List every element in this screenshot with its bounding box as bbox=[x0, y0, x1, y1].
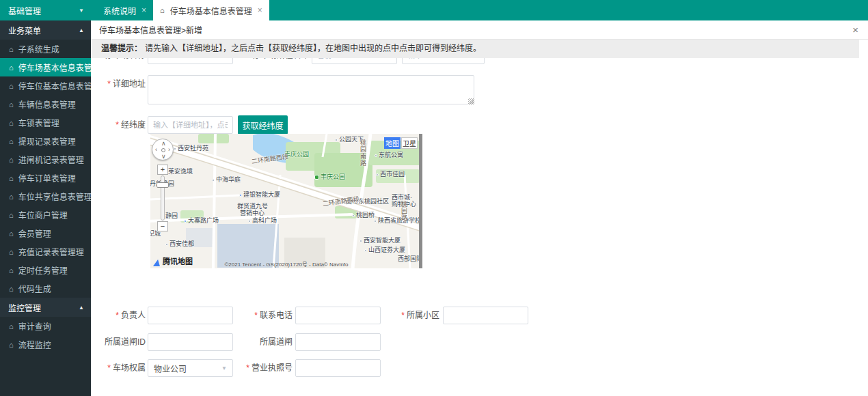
map-poi-label: 陕西省旅游学校 bbox=[374, 218, 421, 224]
map-scrollbar[interactable] bbox=[419, 134, 422, 268]
sidebar-item-parking-space-info-mgmt[interactable]: ⌂ 停车位基本信息表管理 bbox=[0, 76, 91, 95]
home-icon: ⌂ bbox=[9, 341, 14, 349]
zoom-slider-handle[interactable] bbox=[157, 182, 169, 188]
sidebar-item-space-sharing-info-mgmt[interactable]: ⌂ 车位共享信息表管理 bbox=[0, 187, 91, 206]
tab-label: 停车场基本信息表管理 bbox=[170, 5, 252, 16]
sidebar-item-audit-query[interactable]: ⌂ 审计查询 bbox=[0, 317, 91, 335]
license-label: *营业执照号 bbox=[239, 359, 293, 377]
sidebar-item-code-gen[interactable]: ⌂ 代码生成 bbox=[0, 279, 91, 298]
map-poi-label: 建银智能大厦 bbox=[239, 192, 280, 198]
sidebar-item-label: 提现记录表管理 bbox=[18, 135, 76, 147]
zoom-out-button[interactable]: − bbox=[157, 221, 168, 231]
sidebar-item-label: 代码生成 bbox=[18, 283, 51, 294]
sidebar-item-label: 车位共享信息表管理 bbox=[18, 190, 91, 202]
map-poi-label: 山西证券大厦 bbox=[364, 247, 405, 253]
tab-parking-lot-info-mgmt[interactable]: ⌂ 停车场基本信息表管理 × bbox=[153, 0, 269, 20]
sidebar-section-business[interactable]: 业务菜单 ▲ bbox=[0, 20, 91, 40]
sidebar-item-member-mgmt[interactable]: ⌂ 会员管理 bbox=[0, 224, 91, 242]
map-poi-label: 中海华庭 bbox=[212, 177, 241, 183]
close-icon[interactable]: × bbox=[852, 25, 858, 35]
home-icon: ⌂ bbox=[9, 119, 14, 127]
home-icon: ⌂ bbox=[9, 100, 14, 109]
home-icon: ⌂ bbox=[9, 63, 14, 72]
map-poi-label: 群贤道九号 bbox=[237, 203, 268, 210]
sidebar-item-gate-entry-records-mgmt[interactable]: ⌂ 进闸机记录表管理 bbox=[0, 150, 91, 169]
resize-handle-icon[interactable] bbox=[468, 98, 474, 104]
manager-label: *负责人 bbox=[94, 307, 146, 324]
map-poi-label: 莱安逸境 bbox=[164, 169, 193, 175]
map-label-layer: 公园天下丰庆公园东航公寓西市佳园西安牡丹苑莱安逸境牡丹新橡园中海华庭丰庆公园建银… bbox=[150, 134, 422, 268]
form-content: *停车场名称 *停车场所在省市 *详细地址 *经纬度 获取经纬度 bbox=[91, 40, 868, 396]
sidebar-section-monitor[interactable]: 监控管理 ▲ bbox=[0, 298, 91, 317]
breadcrumb: 停车场基本信息表管理>新增 bbox=[99, 24, 202, 36]
sidebar-item-label: 充值记录表管理理 bbox=[18, 246, 84, 257]
pan-right-icon[interactable]: › bbox=[168, 147, 170, 153]
sidebar-item-car-lock-mgmt[interactable]: ⌂ 车锁表管理 bbox=[0, 113, 91, 132]
caret-down-icon: ▼ bbox=[79, 8, 84, 14]
required-marker: * bbox=[401, 311, 405, 320]
home-icon: ⌂ bbox=[9, 322, 14, 330]
pan-down-icon[interactable]: ∨ bbox=[161, 154, 166, 160]
get-latlng-button[interactable]: 获取经纬度 bbox=[238, 115, 288, 135]
pan-center-icon[interactable] bbox=[161, 148, 165, 152]
map-type-map-button[interactable]: 地图 bbox=[384, 137, 401, 149]
community-input[interactable] bbox=[443, 307, 528, 324]
pan-up-icon[interactable]: ∧ bbox=[161, 141, 166, 147]
sidebar-item-scheduled-task-mgmt[interactable]: ⌂ 定时任务管理 bbox=[0, 261, 91, 279]
gate-id-input[interactable] bbox=[148, 333, 233, 351]
phone-label: *联系电话 bbox=[239, 307, 293, 324]
map-widget[interactable]: 公园天下丰庆公园东航公寓西市佳园西安牡丹苑莱安逸境牡丹新橡园中海华庭丰庆公园建银… bbox=[150, 134, 422, 268]
map-type-switcher: 地图 卫星 bbox=[384, 137, 418, 149]
license-input[interactable] bbox=[295, 359, 381, 377]
sidebar-item-space-merchant-mgmt[interactable]: ⌂ 车位商户管理 bbox=[0, 206, 91, 224]
ownership-select[interactable]: 物业公司 ▼ bbox=[148, 359, 233, 377]
sidebar-item-vehicle-info-mgmt[interactable]: ⌂ 车辆信息表管理 bbox=[0, 95, 91, 113]
tab-close-icon[interactable]: × bbox=[258, 5, 262, 15]
home-icon: ⌂ bbox=[9, 229, 14, 238]
sidebar-item-label: 定时任务管理 bbox=[18, 264, 68, 276]
sidebar-item-withdraw-records-mgmt[interactable]: ⌂ 提现记录表管理 bbox=[0, 132, 91, 150]
sidebar-item-subsystem-gen[interactable]: ⌂ 子系统生成 bbox=[0, 40, 91, 58]
map-type-satellite-button[interactable]: 卫星 bbox=[401, 137, 418, 149]
map-poi-label: 营销中心 bbox=[240, 210, 265, 216]
sidebar-item-label: 车位商户管理 bbox=[18, 209, 68, 221]
manager-input[interactable] bbox=[148, 307, 233, 324]
map-poi-label: 丰庆公园 bbox=[314, 174, 345, 180]
pan-left-icon[interactable]: ‹ bbox=[155, 147, 157, 153]
gate-input[interactable] bbox=[295, 333, 381, 351]
sidebar-item-label: 车辆信息表管理 bbox=[18, 98, 76, 110]
map-poi-label: 高科广场 bbox=[248, 218, 277, 224]
map-poi-label: 西安智能大厦 bbox=[360, 238, 401, 244]
tab-system-description[interactable]: 系统说明 × bbox=[96, 0, 153, 20]
map-poi-dot-icon bbox=[165, 243, 168, 246]
sidebar-item-label: 审计查询 bbox=[18, 320, 51, 332]
zoom-in-button[interactable]: + bbox=[157, 165, 168, 175]
map-poi-dot-icon bbox=[184, 220, 187, 223]
home-icon: ⌂ bbox=[9, 211, 14, 219]
address-textarea[interactable] bbox=[148, 75, 474, 104]
map-poi-label: 桃园桥 bbox=[352, 212, 375, 218]
home-icon: ⌂ bbox=[9, 193, 14, 201]
map-road-label: 桃园南路 bbox=[360, 139, 366, 167]
required-marker: * bbox=[246, 363, 249, 373]
tip-banner: 温馨提示：请先输入【详细地址】，之后点击【获取经纬度】，在地图中出现的点中点击即… bbox=[92, 40, 859, 58]
required-marker: * bbox=[116, 311, 119, 320]
map-poi-dot-icon bbox=[212, 179, 215, 182]
sidebar-module-switcher[interactable]: 基础管理 ▼ bbox=[0, 0, 91, 20]
section-label: 监控管理 bbox=[8, 302, 41, 313]
map-poi-label: 西市佳园 bbox=[376, 171, 405, 178]
map-poi-dot-icon bbox=[335, 139, 338, 141]
sidebar-item-parking-lot-info-mgmt[interactable]: ⌂ 停车场基本信息表管理 bbox=[0, 58, 91, 76]
tab-close-icon[interactable]: × bbox=[141, 5, 146, 15]
section-label: 业务菜单 bbox=[8, 25, 41, 36]
map-poi-dot-icon bbox=[248, 220, 251, 223]
map-pan-control[interactable]: ∧ ∨ ‹ › bbox=[152, 139, 174, 160]
sidebar-item-recharge-records-mgmt[interactable]: ⌂ 充值记录表管理理 bbox=[0, 242, 91, 261]
latlng-input[interactable] bbox=[148, 116, 233, 134]
home-icon: ⌂ bbox=[9, 266, 14, 274]
phone-input[interactable] bbox=[295, 307, 381, 324]
home-icon: ⌂ bbox=[9, 285, 14, 293]
sidebar-item-parking-orders-mgmt[interactable]: ⌂ 停车订单表管理 bbox=[0, 169, 91, 187]
map-poi-dot-icon bbox=[374, 220, 377, 223]
sidebar-item-process-monitor[interactable]: ⌂ 流程监控 bbox=[0, 335, 91, 354]
